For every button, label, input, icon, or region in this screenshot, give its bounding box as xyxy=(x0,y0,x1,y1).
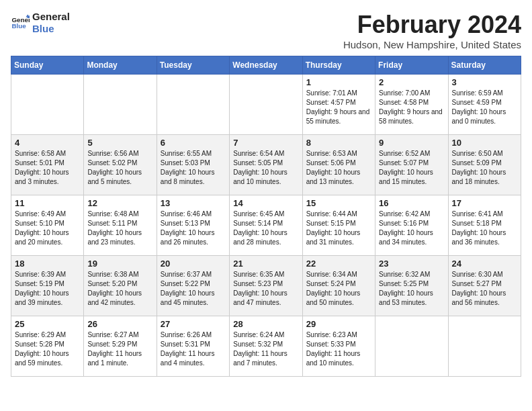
day-daylight: Daylight: 10 hours and 56 minutes. xyxy=(452,289,506,306)
calendar-cell: 24 Sunrise: 6:30 AM Sunset: 5:27 PM Dayl… xyxy=(448,256,521,316)
header-sunday: Sunday xyxy=(11,56,84,75)
calendar-body: 1 Sunrise: 7:01 AM Sunset: 4:57 PM Dayli… xyxy=(11,75,521,377)
day-number: 4 xyxy=(15,138,80,148)
calendar-cell: 26 Sunrise: 6:27 AM Sunset: 5:29 PM Dayl… xyxy=(84,316,157,377)
calendar-cell: 16 Sunrise: 6:42 AM Sunset: 5:16 PM Dayl… xyxy=(375,195,448,256)
calendar-cell: 19 Sunrise: 6:38 AM Sunset: 5:20 PM Dayl… xyxy=(84,256,157,316)
day-sunrise: Sunrise: 6:23 AM xyxy=(306,331,357,338)
day-sunset: Sunset: 5:09 PM xyxy=(452,159,502,167)
calendar-cell: 11 Sunrise: 6:49 AM Sunset: 5:10 PM Dayl… xyxy=(11,195,84,256)
day-sunrise: Sunrise: 6:54 AM xyxy=(233,150,284,157)
day-number: 20 xyxy=(161,259,226,269)
day-sunset: Sunset: 5:07 PM xyxy=(379,159,429,167)
calendar-cell xyxy=(84,75,157,135)
day-sunset: Sunset: 5:06 PM xyxy=(306,159,356,167)
calendar-cell: 6 Sunrise: 6:55 AM Sunset: 5:03 PM Dayli… xyxy=(157,135,229,195)
day-daylight: Daylight: 10 hours and 59 minutes. xyxy=(15,350,69,367)
day-daylight: Daylight: 10 hours and 5 minutes. xyxy=(87,169,142,185)
day-sunset: Sunset: 5:25 PM xyxy=(379,280,429,287)
day-daylight: Daylight: 10 hours and 13 minutes. xyxy=(306,169,361,185)
day-sunset: Sunset: 5:05 PM xyxy=(233,159,283,167)
day-daylight: Daylight: 10 hours and 0 minutes. xyxy=(452,108,506,125)
day-sunrise: Sunrise: 6:35 AM xyxy=(233,271,284,278)
day-number: 22 xyxy=(306,259,371,269)
day-sunrise: Sunrise: 6:45 AM xyxy=(233,210,284,218)
day-daylight: Daylight: 10 hours and 10 minutes. xyxy=(233,169,287,185)
header-saturday: Saturday xyxy=(448,56,521,75)
month-title: February 2024 xyxy=(343,11,521,39)
day-number: 12 xyxy=(87,198,152,208)
calendar-cell: 2 Sunrise: 7:00 AM Sunset: 4:58 PM Dayli… xyxy=(375,75,448,135)
day-sunrise: Sunrise: 6:24 AM xyxy=(233,331,284,338)
day-daylight: Daylight: 11 hours and 1 minute. xyxy=(87,350,142,367)
day-number: 25 xyxy=(15,319,80,329)
day-daylight: Daylight: 9 hours and 55 minutes. xyxy=(306,108,370,125)
calendar-table: Sunday Monday Tuesday Wednesday Thursday… xyxy=(11,56,521,377)
day-number: 18 xyxy=(15,259,80,269)
calendar-cell: 14 Sunrise: 6:45 AM Sunset: 5:14 PM Dayl… xyxy=(230,195,302,256)
day-sunrise: Sunrise: 6:37 AM xyxy=(161,271,212,278)
logo-icon: General Blue xyxy=(11,13,30,32)
day-sunrise: Sunrise: 6:50 AM xyxy=(452,150,503,157)
calendar-week-3: 18 Sunrise: 6:39 AM Sunset: 5:19 PM Dayl… xyxy=(11,256,521,316)
calendar-header: Sunday Monday Tuesday Wednesday Thursday… xyxy=(11,56,521,75)
calendar-cell: 4 Sunrise: 6:58 AM Sunset: 5:01 PM Dayli… xyxy=(11,135,84,195)
calendar-week-0: 1 Sunrise: 7:01 AM Sunset: 4:57 PM Dayli… xyxy=(11,75,521,135)
calendar-cell: 13 Sunrise: 6:46 AM Sunset: 5:13 PM Dayl… xyxy=(157,195,229,256)
day-sunrise: Sunrise: 6:41 AM xyxy=(452,210,503,218)
day-sunset: Sunset: 5:22 PM xyxy=(161,280,210,287)
day-sunset: Sunset: 5:01 PM xyxy=(15,159,64,167)
day-number: 21 xyxy=(233,259,298,269)
day-sunrise: Sunrise: 6:39 AM xyxy=(15,271,66,278)
calendar-cell: 27 Sunrise: 6:26 AM Sunset: 5:31 PM Dayl… xyxy=(157,316,229,377)
calendar-cell xyxy=(375,316,448,377)
day-number: 11 xyxy=(15,198,80,208)
day-daylight: Daylight: 10 hours and 53 minutes. xyxy=(379,289,433,306)
day-sunset: Sunset: 4:58 PM xyxy=(379,99,429,106)
svg-text:Blue: Blue xyxy=(11,22,26,30)
day-sunrise: Sunrise: 6:32 AM xyxy=(379,271,430,278)
calendar-cell xyxy=(11,75,84,135)
day-daylight: Daylight: 10 hours and 3 minutes. xyxy=(15,169,69,185)
calendar-cell xyxy=(157,75,229,135)
calendar-cell: 10 Sunrise: 6:50 AM Sunset: 5:09 PM Dayl… xyxy=(448,135,521,195)
day-sunset: Sunset: 5:29 PM xyxy=(87,340,137,348)
calendar-cell: 3 Sunrise: 6:59 AM Sunset: 4:59 PM Dayli… xyxy=(448,75,521,135)
day-sunset: Sunset: 4:59 PM xyxy=(452,99,502,106)
calendar-cell xyxy=(448,316,521,377)
day-number: 5 xyxy=(87,138,152,148)
header-monday: Monday xyxy=(84,56,157,75)
day-sunrise: Sunrise: 6:44 AM xyxy=(306,210,357,218)
day-number: 16 xyxy=(379,198,444,208)
day-daylight: Daylight: 10 hours and 39 minutes. xyxy=(15,289,69,306)
calendar-cell: 17 Sunrise: 6:41 AM Sunset: 5:18 PM Dayl… xyxy=(448,195,521,256)
day-sunset: Sunset: 5:32 PM xyxy=(233,340,283,348)
day-sunset: Sunset: 5:19 PM xyxy=(15,280,64,287)
day-daylight: Daylight: 10 hours and 23 minutes. xyxy=(87,229,142,246)
day-number: 8 xyxy=(306,138,371,148)
day-sunset: Sunset: 5:16 PM xyxy=(379,220,429,227)
calendar-cell: 28 Sunrise: 6:24 AM Sunset: 5:32 PM Dayl… xyxy=(230,316,302,377)
day-sunrise: Sunrise: 6:52 AM xyxy=(379,150,430,157)
day-sunrise: Sunrise: 6:30 AM xyxy=(452,271,503,278)
day-sunset: Sunset: 5:03 PM xyxy=(161,159,210,167)
day-sunset: Sunset: 5:13 PM xyxy=(161,220,210,227)
day-number: 26 xyxy=(87,319,152,329)
calendar-cell: 9 Sunrise: 6:52 AM Sunset: 5:07 PM Dayli… xyxy=(375,135,448,195)
calendar-cell: 7 Sunrise: 6:54 AM Sunset: 5:05 PM Dayli… xyxy=(230,135,302,195)
day-sunrise: Sunrise: 6:58 AM xyxy=(15,150,66,157)
day-daylight: Daylight: 10 hours and 45 minutes. xyxy=(161,289,215,306)
day-daylight: Daylight: 10 hours and 47 minutes. xyxy=(233,289,287,306)
day-sunset: Sunset: 5:18 PM xyxy=(452,220,502,227)
day-sunset: Sunset: 5:20 PM xyxy=(87,280,137,287)
calendar-cell: 18 Sunrise: 6:39 AM Sunset: 5:19 PM Dayl… xyxy=(11,256,84,316)
day-sunset: Sunset: 5:15 PM xyxy=(306,220,356,227)
day-sunrise: Sunrise: 6:49 AM xyxy=(15,210,66,218)
calendar-cell: 15 Sunrise: 6:44 AM Sunset: 5:15 PM Dayl… xyxy=(302,195,375,256)
day-number: 7 xyxy=(233,138,298,148)
day-sunset: Sunset: 5:27 PM xyxy=(452,280,502,287)
calendar-cell: 12 Sunrise: 6:48 AM Sunset: 5:11 PM Dayl… xyxy=(84,195,157,256)
day-sunrise: Sunrise: 6:48 AM xyxy=(87,210,138,218)
day-number: 10 xyxy=(452,138,517,148)
day-daylight: Daylight: 10 hours and 18 minutes. xyxy=(452,169,506,185)
